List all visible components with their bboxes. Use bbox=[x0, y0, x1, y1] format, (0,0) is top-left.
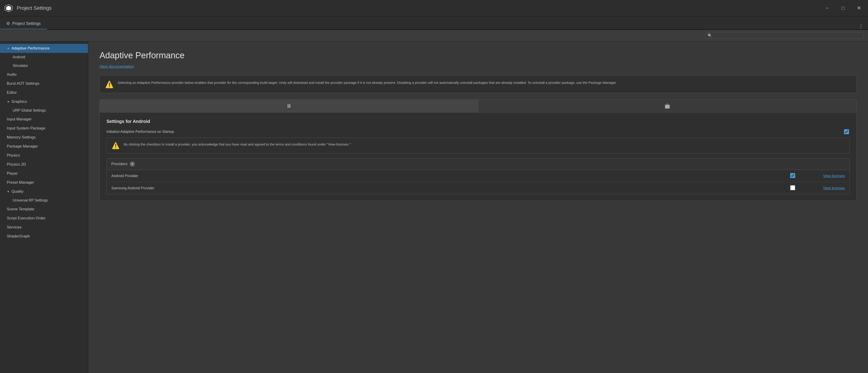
tab-desktop[interactable]: 🖥 bbox=[100, 100, 478, 112]
view-documentation-link[interactable]: View documentation bbox=[99, 64, 134, 69]
title-bar: Project Settings − □ ✕ bbox=[0, 0, 868, 16]
minimize-button[interactable]: − bbox=[823, 4, 832, 13]
unity-logo-icon bbox=[4, 4, 13, 12]
providers-label: Providers bbox=[111, 162, 128, 166]
settings-section-title: Settings for Android bbox=[106, 119, 850, 124]
providers-section: Providers ? Android Provider View licens… bbox=[106, 158, 850, 194]
search-input-wrap[interactable]: 🔍 bbox=[705, 32, 864, 39]
search-input[interactable] bbox=[714, 34, 861, 37]
samsung-provider-checkbox[interactable] bbox=[790, 185, 795, 190]
main-layout: ▼Adaptive PerformanceAndroidSimulatorAud… bbox=[0, 41, 868, 373]
sidebar-item-player[interactable]: Player bbox=[0, 169, 88, 178]
close-button[interactable]: ✕ bbox=[855, 4, 864, 13]
title-bar-controls: − □ ✕ bbox=[823, 4, 864, 13]
sidebar-item-label: Android bbox=[13, 55, 25, 59]
arrow-icon: ▼ bbox=[7, 190, 10, 193]
sidebar-item-quality[interactable]: ▼Quality bbox=[0, 187, 88, 196]
help-icon[interactable]: ? bbox=[130, 162, 135, 167]
sidebar-item-services[interactable]: Services bbox=[0, 223, 88, 232]
sidebar-item-label: Input Manager bbox=[7, 117, 32, 122]
sidebar-item-input-system[interactable]: Input System Package bbox=[0, 124, 88, 133]
search-icon: 🔍 bbox=[708, 33, 712, 38]
sidebar-item-adaptive-performance[interactable]: ▼Adaptive Performance bbox=[0, 44, 88, 53]
provider-row-samsung: Samsung Android Provider View licenses bbox=[107, 182, 849, 194]
sidebar-item-label: Player bbox=[7, 171, 18, 176]
provider-row-android: Android Provider View licenses bbox=[107, 170, 849, 182]
maximize-button[interactable]: □ bbox=[839, 4, 848, 13]
info-box: ⚠️ Selecting an Adaptive Performance pro… bbox=[99, 75, 857, 93]
sidebar-item-universal-rp[interactable]: Universal RP Settings bbox=[0, 196, 88, 205]
tab-android[interactable]: 🤖 bbox=[478, 100, 857, 112]
sidebar-item-label: Memory Settings bbox=[7, 135, 36, 140]
search-bar: 🔍 bbox=[0, 30, 868, 41]
sidebar-item-graphics[interactable]: ▼Graphics bbox=[0, 97, 88, 106]
samsung-provider-view-licenses[interactable]: View licenses bbox=[809, 186, 845, 190]
sidebar-item-physics[interactable]: Physics bbox=[0, 151, 88, 160]
samsung-provider-name: Samsung Android Provider bbox=[111, 186, 790, 190]
platform-tab-header: 🖥 🤖 bbox=[100, 100, 857, 112]
tab-label: Project Settings bbox=[12, 21, 41, 26]
sidebar-item-scene-template[interactable]: Scene Template bbox=[0, 205, 88, 214]
warning-box: ⚠️ By clicking the checkbox to install a… bbox=[106, 138, 850, 154]
tab-project-settings[interactable]: ⚙ Project Settings bbox=[0, 18, 47, 29]
info-icon: ⚠️ bbox=[105, 80, 114, 88]
samsung-provider-checkbox-wrap[interactable] bbox=[790, 185, 795, 191]
sidebar-item-label: Package Manager bbox=[7, 144, 38, 149]
tab-menu-button[interactable]: ⋮ bbox=[854, 24, 868, 29]
sidebar-item-label: ShaderGraph bbox=[7, 234, 30, 239]
init-checkbox-wrap[interactable] bbox=[843, 129, 850, 135]
title-bar-left: Project Settings bbox=[4, 4, 52, 12]
sidebar-item-burst-aot[interactable]: Burst AOT Settings bbox=[0, 79, 88, 88]
window-title: Project Settings bbox=[17, 5, 52, 11]
sidebar-item-physics-2d[interactable]: Physics 2D bbox=[0, 160, 88, 169]
tab-bar: ⚙ Project Settings ⋮ bbox=[0, 16, 868, 30]
sidebar-item-input-manager[interactable]: Input Manager bbox=[0, 115, 88, 124]
sidebar-item-memory-settings[interactable]: Memory Settings bbox=[0, 133, 88, 142]
android-provider-checkbox[interactable] bbox=[790, 173, 795, 178]
sidebar-item-script-execution[interactable]: Script Execution Order bbox=[0, 214, 88, 223]
sidebar-item-label: Services bbox=[7, 225, 22, 230]
sidebar-item-label: Editor bbox=[7, 90, 17, 95]
sidebar-item-label: Scene Template bbox=[7, 207, 34, 211]
warning-icon: ⚠️ bbox=[112, 142, 120, 149]
android-provider-name: Android Provider bbox=[111, 174, 790, 178]
sidebar: ▼Adaptive PerformanceAndroidSimulatorAud… bbox=[0, 41, 88, 373]
sidebar-item-label: Audio bbox=[7, 72, 17, 77]
sidebar-item-label: Script Execution Order bbox=[7, 216, 45, 221]
sidebar-item-label: Physics bbox=[7, 153, 20, 158]
android-provider-view-licenses[interactable]: View licenses bbox=[809, 174, 845, 178]
sidebar-item-preset-manager[interactable]: Preset Manager bbox=[0, 178, 88, 187]
sidebar-item-urp-global[interactable]: URP Global Settings bbox=[0, 106, 88, 115]
sidebar-item-label: Physics 2D bbox=[7, 162, 26, 167]
sidebar-item-label: Input System Package bbox=[7, 126, 45, 131]
gear-icon: ⚙ bbox=[6, 21, 10, 26]
sidebar-item-label: Simulator bbox=[13, 64, 28, 68]
sidebar-item-package-manager[interactable]: Package Manager bbox=[0, 142, 88, 151]
sidebar-item-label: Quality bbox=[11, 189, 24, 194]
sidebar-item-editor[interactable]: Editor bbox=[0, 88, 88, 97]
desktop-icon: 🖥 bbox=[286, 103, 291, 109]
sidebar-item-android[interactable]: Android bbox=[0, 53, 88, 62]
init-checkbox[interactable] bbox=[844, 129, 849, 134]
arrow-icon: ▼ bbox=[7, 47, 10, 50]
sidebar-item-label: Universal RP Settings bbox=[13, 198, 48, 202]
sidebar-item-simulator[interactable]: Simulator bbox=[0, 62, 88, 70]
platform-tabs: 🖥 🤖 Settings for Android Initialize Adap… bbox=[99, 99, 857, 201]
sidebar-item-label: URP Global Settings bbox=[13, 108, 46, 112]
android-provider-checkbox-wrap[interactable] bbox=[790, 173, 795, 179]
sidebar-item-shadergraph[interactable]: ShaderGraph bbox=[0, 232, 88, 241]
sidebar-item-label: Burst AOT Settings bbox=[7, 81, 39, 86]
providers-header: Providers ? bbox=[107, 158, 849, 170]
sidebar-item-label: Graphics bbox=[11, 99, 27, 104]
arrow-icon: ▼ bbox=[7, 100, 10, 103]
warning-text: By clicking the checkbox to install a pr… bbox=[124, 142, 350, 147]
init-label: Initialize Adaptive Performance on Start… bbox=[106, 130, 839, 134]
sidebar-item-label: Preset Manager bbox=[7, 180, 34, 185]
page-title: Adaptive Performance bbox=[99, 50, 857, 60]
init-setting-row: Initialize Adaptive Performance on Start… bbox=[106, 129, 850, 135]
sidebar-item-audio[interactable]: Audio bbox=[0, 70, 88, 79]
android-icon: 🤖 bbox=[664, 103, 670, 109]
info-text: Selecting an Adaptive Performance provid… bbox=[118, 80, 617, 86]
content-area: Adaptive Performance View documentation … bbox=[88, 41, 868, 373]
platform-content: Settings for Android Initialize Adaptive… bbox=[100, 112, 857, 201]
